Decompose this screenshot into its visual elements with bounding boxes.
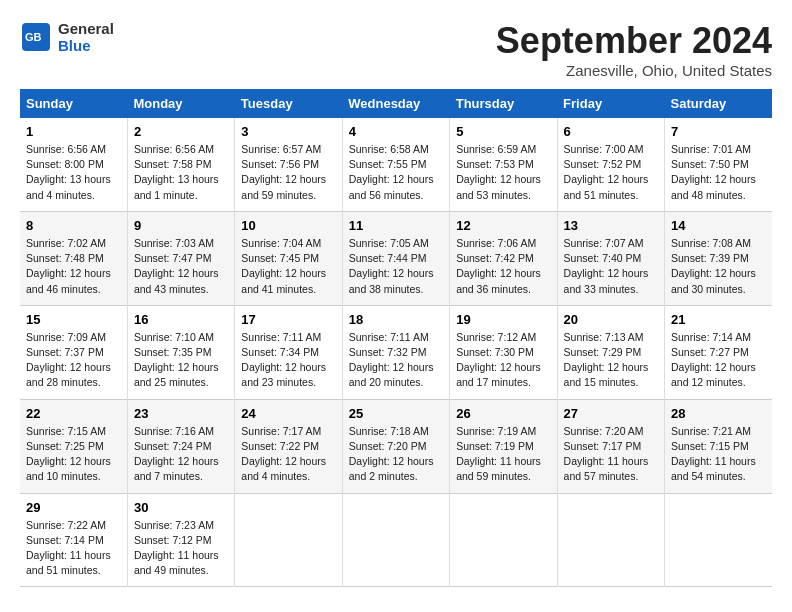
week-row-1: 1Sunrise: 6:56 AMSunset: 8:00 PMDaylight… (20, 118, 772, 211)
day-number: 10 (241, 218, 335, 233)
day-cell: 14Sunrise: 7:08 AMSunset: 7:39 PMDayligh… (665, 211, 772, 305)
col-wednesday: Wednesday (342, 89, 449, 118)
day-number: 15 (26, 312, 121, 327)
header: GB General Blue September 2024 Zanesvill… (20, 20, 772, 79)
day-info: Sunrise: 7:02 AMSunset: 7:48 PMDaylight:… (26, 237, 111, 295)
day-cell: 6Sunrise: 7:00 AMSunset: 7:52 PMDaylight… (557, 118, 664, 211)
day-number: 6 (564, 124, 658, 139)
day-info: Sunrise: 7:09 AMSunset: 7:37 PMDaylight:… (26, 331, 111, 389)
day-cell: 23Sunrise: 7:16 AMSunset: 7:24 PMDayligh… (127, 399, 234, 493)
col-sunday: Sunday (20, 89, 127, 118)
day-number: 5 (456, 124, 550, 139)
day-info: Sunrise: 7:17 AMSunset: 7:22 PMDaylight:… (241, 425, 326, 483)
day-info: Sunrise: 7:06 AMSunset: 7:42 PMDaylight:… (456, 237, 541, 295)
day-cell: 5Sunrise: 6:59 AMSunset: 7:53 PMDaylight… (450, 118, 557, 211)
day-number: 27 (564, 406, 658, 421)
day-cell: 29Sunrise: 7:22 AMSunset: 7:14 PMDayligh… (20, 493, 127, 587)
day-cell: 21Sunrise: 7:14 AMSunset: 7:27 PMDayligh… (665, 305, 772, 399)
day-cell (342, 493, 449, 587)
day-cell: 25Sunrise: 7:18 AMSunset: 7:20 PMDayligh… (342, 399, 449, 493)
day-number: 17 (241, 312, 335, 327)
col-friday: Friday (557, 89, 664, 118)
day-cell: 17Sunrise: 7:11 AMSunset: 7:34 PMDayligh… (235, 305, 342, 399)
day-info: Sunrise: 6:57 AMSunset: 7:56 PMDaylight:… (241, 143, 326, 201)
day-number: 12 (456, 218, 550, 233)
day-number: 9 (134, 218, 228, 233)
day-info: Sunrise: 7:14 AMSunset: 7:27 PMDaylight:… (671, 331, 756, 389)
day-cell: 26Sunrise: 7:19 AMSunset: 7:19 PMDayligh… (450, 399, 557, 493)
day-cell: 15Sunrise: 7:09 AMSunset: 7:37 PMDayligh… (20, 305, 127, 399)
day-cell: 13Sunrise: 7:07 AMSunset: 7:40 PMDayligh… (557, 211, 664, 305)
day-cell: 1Sunrise: 6:56 AMSunset: 8:00 PMDaylight… (20, 118, 127, 211)
day-number: 21 (671, 312, 766, 327)
logo-general-text: General (58, 20, 114, 37)
day-info: Sunrise: 6:59 AMSunset: 7:53 PMDaylight:… (456, 143, 541, 201)
day-info: Sunrise: 7:07 AMSunset: 7:40 PMDaylight:… (564, 237, 649, 295)
day-info: Sunrise: 7:16 AMSunset: 7:24 PMDaylight:… (134, 425, 219, 483)
week-row-4: 22Sunrise: 7:15 AMSunset: 7:25 PMDayligh… (20, 399, 772, 493)
day-number: 1 (26, 124, 121, 139)
month-title: September 2024 (496, 20, 772, 62)
day-info: Sunrise: 7:11 AMSunset: 7:32 PMDaylight:… (349, 331, 434, 389)
day-info: Sunrise: 7:20 AMSunset: 7:17 PMDaylight:… (564, 425, 649, 483)
day-cell: 7Sunrise: 7:01 AMSunset: 7:50 PMDaylight… (665, 118, 772, 211)
day-cell: 11Sunrise: 7:05 AMSunset: 7:44 PMDayligh… (342, 211, 449, 305)
col-monday: Monday (127, 89, 234, 118)
calendar-table: SundayMondayTuesdayWednesdayThursdayFrid… (20, 89, 772, 587)
day-info: Sunrise: 6:56 AMSunset: 8:00 PMDaylight:… (26, 143, 111, 201)
day-info: Sunrise: 7:10 AMSunset: 7:35 PMDaylight:… (134, 331, 219, 389)
day-info: Sunrise: 6:58 AMSunset: 7:55 PMDaylight:… (349, 143, 434, 201)
day-cell: 9Sunrise: 7:03 AMSunset: 7:47 PMDaylight… (127, 211, 234, 305)
day-info: Sunrise: 7:15 AMSunset: 7:25 PMDaylight:… (26, 425, 111, 483)
week-row-2: 8Sunrise: 7:02 AMSunset: 7:48 PMDaylight… (20, 211, 772, 305)
day-cell: 8Sunrise: 7:02 AMSunset: 7:48 PMDaylight… (20, 211, 127, 305)
day-number: 8 (26, 218, 121, 233)
day-cell: 27Sunrise: 7:20 AMSunset: 7:17 PMDayligh… (557, 399, 664, 493)
col-saturday: Saturday (665, 89, 772, 118)
day-number: 22 (26, 406, 121, 421)
day-info: Sunrise: 7:11 AMSunset: 7:34 PMDaylight:… (241, 331, 326, 389)
day-info: Sunrise: 7:12 AMSunset: 7:30 PMDaylight:… (456, 331, 541, 389)
logo-blue-text: Blue (58, 37, 114, 54)
day-cell: 22Sunrise: 7:15 AMSunset: 7:25 PMDayligh… (20, 399, 127, 493)
col-thursday: Thursday (450, 89, 557, 118)
day-number: 30 (134, 500, 228, 515)
day-info: Sunrise: 7:00 AMSunset: 7:52 PMDaylight:… (564, 143, 649, 201)
day-number: 4 (349, 124, 443, 139)
day-cell: 12Sunrise: 7:06 AMSunset: 7:42 PMDayligh… (450, 211, 557, 305)
svg-text:GB: GB (25, 31, 42, 43)
day-info: Sunrise: 7:22 AMSunset: 7:14 PMDaylight:… (26, 519, 111, 577)
day-cell: 2Sunrise: 6:56 AMSunset: 7:58 PMDaylight… (127, 118, 234, 211)
day-number: 18 (349, 312, 443, 327)
col-tuesday: Tuesday (235, 89, 342, 118)
week-row-3: 15Sunrise: 7:09 AMSunset: 7:37 PMDayligh… (20, 305, 772, 399)
day-info: Sunrise: 7:05 AMSunset: 7:44 PMDaylight:… (349, 237, 434, 295)
day-number: 28 (671, 406, 766, 421)
day-number: 26 (456, 406, 550, 421)
day-number: 24 (241, 406, 335, 421)
day-info: Sunrise: 7:18 AMSunset: 7:20 PMDaylight:… (349, 425, 434, 483)
day-cell: 16Sunrise: 7:10 AMSunset: 7:35 PMDayligh… (127, 305, 234, 399)
day-number: 20 (564, 312, 658, 327)
day-cell: 24Sunrise: 7:17 AMSunset: 7:22 PMDayligh… (235, 399, 342, 493)
logo-graphic: GB (20, 21, 52, 53)
day-info: Sunrise: 7:01 AMSunset: 7:50 PMDaylight:… (671, 143, 756, 201)
title-area: September 2024 Zanesville, Ohio, United … (496, 20, 772, 79)
day-info: Sunrise: 7:23 AMSunset: 7:12 PMDaylight:… (134, 519, 219, 577)
day-cell (557, 493, 664, 587)
day-cell: 4Sunrise: 6:58 AMSunset: 7:55 PMDaylight… (342, 118, 449, 211)
logo: GB General Blue (20, 20, 114, 55)
day-info: Sunrise: 7:19 AMSunset: 7:19 PMDaylight:… (456, 425, 541, 483)
week-row-5: 29Sunrise: 7:22 AMSunset: 7:14 PMDayligh… (20, 493, 772, 587)
day-cell: 28Sunrise: 7:21 AMSunset: 7:15 PMDayligh… (665, 399, 772, 493)
day-info: Sunrise: 7:21 AMSunset: 7:15 PMDaylight:… (671, 425, 756, 483)
day-number: 3 (241, 124, 335, 139)
day-info: Sunrise: 7:04 AMSunset: 7:45 PMDaylight:… (241, 237, 326, 295)
day-cell: 18Sunrise: 7:11 AMSunset: 7:32 PMDayligh… (342, 305, 449, 399)
day-number: 14 (671, 218, 766, 233)
day-number: 2 (134, 124, 228, 139)
day-number: 11 (349, 218, 443, 233)
day-cell (235, 493, 342, 587)
day-number: 7 (671, 124, 766, 139)
day-info: Sunrise: 7:08 AMSunset: 7:39 PMDaylight:… (671, 237, 756, 295)
